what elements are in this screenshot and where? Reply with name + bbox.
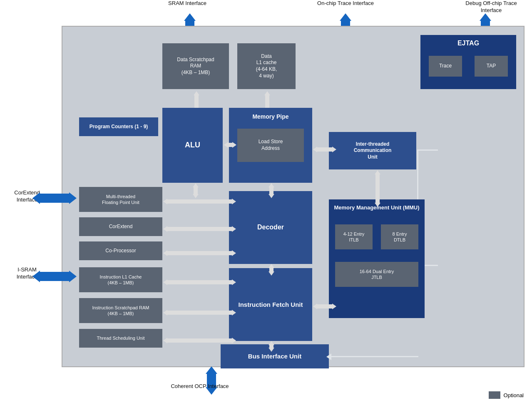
alu-block: ALU (162, 108, 223, 183)
connector-h-top (417, 149, 438, 151)
inst-l1-ifu-arrow (163, 279, 236, 285)
debug-off-chip-label: Debug Off-chip Trace Interface (458, 0, 525, 14)
load-store-block: Load Store Address (237, 129, 304, 162)
legend-box (489, 391, 500, 399)
dtlb-block: 8 Entry DTLB (381, 224, 418, 249)
ifu-biu-arrow (268, 341, 274, 352)
memory-pipe-block: Memory Pipe Load Store Address (229, 108, 312, 183)
fpu-decoder-arrow (163, 199, 236, 204)
diagram-wrapper: SRAM Interface On-chip Trace Interface D… (0, 0, 532, 403)
program-counters-block: Program Counters (1 - 9) (79, 117, 158, 136)
corextend-block: CorExtend (79, 217, 162, 236)
fpu-block: Multi-threaded Floating Point Unit (79, 187, 162, 212)
main-container: EJTAG Trace TAP Data Scratchpad RAM (4KB… (62, 26, 525, 367)
corextend-decoder-arrow (163, 226, 236, 232)
mempipe-interthreaded-arrow (313, 147, 336, 152)
inst-scratchpad-ifu-arrow (163, 310, 236, 316)
biu-right-connector (329, 356, 418, 357)
data-l1-cache-block: Data L1 cache (4-64 KB, 4 way) (237, 43, 296, 89)
legend-label: Optional (504, 392, 524, 398)
trace-block: Trace (429, 56, 462, 77)
co-processor-decoder-arrow (163, 250, 236, 256)
jtlb-block: 16-64 Dual Entry JTLB (335, 262, 418, 287)
co-processor-block: Co-Processor (79, 241, 162, 260)
thread-ifu-arrow (163, 338, 236, 343)
ifu-mmu-arrow (313, 303, 336, 309)
inst-scratchpad-block: Instruction Scratchpad RAM (4KB – 1MB) (79, 298, 162, 323)
on-chip-trace-label: On-chip Trace Interface (316, 0, 375, 7)
decoder-alu-arrow (193, 183, 199, 198)
itlb-block: 4-12 Entry ITLB (335, 224, 373, 249)
inter-threaded-block: Inter-threaded Communication Unit (329, 132, 416, 169)
coherent-ocp-label: Coherent OCP Interface (150, 383, 250, 390)
legend: Optional (489, 391, 524, 399)
ocp-arrow (206, 366, 217, 395)
bus-interface-block: Bus Interface Unit (221, 344, 329, 368)
interthreaded-mmu-arrow (375, 170, 380, 207)
decoder-mempipe-arrow (268, 183, 274, 198)
thread-scheduling-block: Thread Scheduling Unit (79, 329, 162, 348)
alu-mempipe-arrow (224, 142, 236, 148)
isram-arrow (32, 271, 77, 282)
ejtag-block: EJTAG Trace TAP (420, 35, 516, 89)
data-scratchpad-block: Data Scratchpad RAM (4KB – 1MB) (162, 43, 229, 89)
corextend-arrow (32, 192, 77, 204)
biu-arrow-head (326, 353, 331, 360)
tap-block: TAP (475, 56, 508, 77)
inst-l1-cache-block: Instruction L1 Cache (4KB – 1MB) (79, 267, 162, 292)
instruction-fetch-block: Instruction Fetch Unit (229, 268, 312, 341)
decoder-ifu-arrow (268, 264, 274, 276)
decoder-block: Decoder (229, 191, 312, 264)
mmu-block: Memory Management Unit (MMU) 4-12 Entry … (329, 199, 425, 318)
sram-interface-label: SRAM Interface (162, 0, 212, 7)
